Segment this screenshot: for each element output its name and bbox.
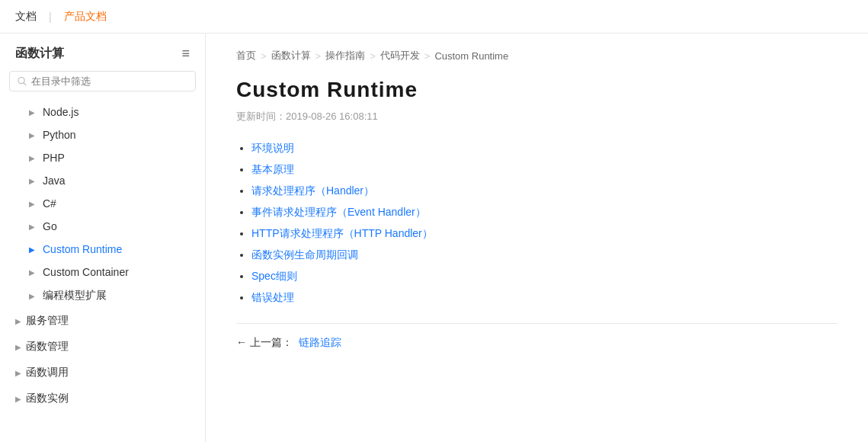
- menu-icon[interactable]: ≡: [181, 46, 190, 62]
- list-item: 请求处理程序（Handler）: [251, 184, 838, 198]
- arrow-icon: ▶: [15, 343, 21, 351]
- sidebar-search-box[interactable]: [9, 71, 196, 91]
- sidebar-item-label: 编程模型扩展: [43, 289, 190, 303]
- prev-nav: ← 上一篇： 链路追踪: [236, 323, 838, 350]
- sidebar-item-nodejs[interactable]: ▶ Node.js: [0, 101, 205, 123]
- toc-link-http-handler[interactable]: HTTP请求处理程序（HTTP Handler）: [251, 227, 433, 239]
- arrow-icon: ▶: [29, 154, 40, 162]
- arrow-icon: ▶: [29, 223, 40, 231]
- sidebar-group-function-mgmt[interactable]: ▶ 函数管理: [0, 334, 205, 360]
- sidebar-item-label: Node.js: [43, 106, 190, 118]
- main-content: 首页 > 函数计算 > 操作指南 > 代码开发 > Custom Runtime…: [206, 34, 868, 442]
- sidebar: 函数计算 ≡ ▶ Node.js ▶ Python ▶ PHP ▶ Java: [0, 34, 206, 442]
- arrow-icon: ▶: [29, 131, 40, 139]
- sidebar-title: 函数计算: [15, 46, 64, 62]
- breadcrumb-sep: >: [315, 50, 322, 62]
- breadcrumb-code[interactable]: 代码开发: [380, 49, 420, 62]
- sidebar-group-service-mgmt[interactable]: ▶ 服务管理: [0, 308, 205, 334]
- product-doc-label[interactable]: 产品文档: [64, 10, 107, 24]
- sidebar-item-go[interactable]: ▶ Go: [0, 215, 205, 238]
- toc-link-spec[interactable]: Spec细则: [251, 270, 297, 282]
- list-item: HTTP请求处理程序（HTTP Handler）: [251, 227, 838, 241]
- arrow-icon: ▶: [15, 317, 21, 325]
- group-label: 函数管理: [26, 340, 69, 354]
- search-input[interactable]: [31, 75, 187, 87]
- list-item: 基本原理: [251, 163, 838, 177]
- breadcrumb-sep: >: [370, 50, 376, 62]
- sidebar-item-python[interactable]: ▶ Python: [0, 123, 205, 146]
- sidebar-item-programming-model[interactable]: ▶ 编程模型扩展: [0, 283, 205, 308]
- svg-line-1: [24, 83, 26, 85]
- arrow-icon: ▶: [15, 369, 21, 377]
- arrow-icon: ▶: [29, 245, 40, 254]
- toc-link-event-handler[interactable]: 事件请求处理程序（Event Handler）: [251, 206, 426, 218]
- toc-link-lifecycle[interactable]: 函数实例生命周期回调: [251, 248, 358, 261]
- sidebar-header: 函数计算 ≡: [0, 34, 205, 71]
- sidebar-item-label: Custom Container: [43, 266, 190, 278]
- arrow-icon: ▶: [29, 108, 40, 117]
- arrow-icon: ▶: [15, 395, 21, 403]
- breadcrumb-fc[interactable]: 函数计算: [271, 49, 311, 62]
- sidebar-item-label: Custom Runtime: [43, 243, 190, 255]
- group-label: 函数调用: [26, 366, 69, 380]
- toc-link-principle[interactable]: 基本原理: [251, 163, 294, 175]
- arrow-icon: ▶: [29, 177, 40, 185]
- breadcrumb-ops[interactable]: 操作指南: [325, 49, 365, 62]
- list-item: 函数实例生命周期回调: [251, 248, 838, 262]
- sidebar-item-label: Python: [43, 129, 190, 141]
- group-label: 函数实例: [26, 392, 69, 405]
- nav-divider: |: [49, 11, 52, 23]
- update-time: 更新时间：2019-08-26 16:08:11: [236, 110, 838, 123]
- sidebar-item-csharp[interactable]: ▶ C#: [0, 192, 205, 215]
- breadcrumb-sep: >: [424, 50, 431, 62]
- sidebar-item-label: PHP: [43, 152, 190, 164]
- sidebar-item-label: Go: [43, 220, 190, 232]
- breadcrumb-current: Custom Runtime: [434, 50, 508, 62]
- toc-link-env[interactable]: 环境说明: [251, 142, 294, 154]
- group-label: 服务管理: [26, 314, 69, 328]
- sidebar-item-custom-runtime[interactable]: ▶ Custom Runtime: [0, 238, 205, 261]
- arrow-icon: ▶: [29, 200, 40, 208]
- list-item: Spec细则: [251, 270, 838, 283]
- layout: 函数计算 ≡ ▶ Node.js ▶ Python ▶ PHP ▶ Java: [0, 34, 868, 442]
- toc-list: 环境说明 基本原理 请求处理程序（Handler） 事件请求处理程序（Event…: [236, 142, 838, 305]
- sidebar-item-php[interactable]: ▶ PHP: [0, 146, 205, 169]
- sidebar-item-custom-container[interactable]: ▶ Custom Container: [0, 261, 205, 283]
- breadcrumb-sep: >: [261, 50, 267, 62]
- sidebar-group-function-instance[interactable]: ▶ 函数实例: [0, 386, 205, 412]
- breadcrumb-home[interactable]: 首页: [236, 49, 256, 62]
- sidebar-item-label: C#: [43, 197, 190, 210]
- toc-link-handler[interactable]: 请求处理程序（Handler）: [251, 184, 374, 197]
- sidebar-group-function-invoke[interactable]: ▶ 函数调用: [0, 360, 205, 386]
- breadcrumb: 首页 > 函数计算 > 操作指南 > 代码开发 > Custom Runtime: [236, 49, 838, 62]
- list-item: 错误处理: [251, 291, 838, 305]
- page-title: Custom Runtime: [236, 78, 838, 102]
- prev-label: ← 上一篇：: [236, 336, 293, 350]
- list-item: 环境说明: [251, 142, 838, 155]
- top-nav: 文档 | 产品文档: [0, 0, 868, 34]
- list-item: 事件请求处理程序（Event Handler）: [251, 206, 838, 219]
- toc-link-error[interactable]: 错误处理: [251, 291, 294, 303]
- search-icon: [18, 76, 27, 86]
- sidebar-item-java[interactable]: ▶ Java: [0, 169, 205, 192]
- doc-label[interactable]: 文档: [15, 10, 37, 24]
- arrow-icon: ▶: [29, 292, 40, 300]
- arrow-icon: ▶: [29, 268, 40, 277]
- sidebar-item-label: Java: [43, 175, 190, 187]
- prev-link[interactable]: 链路追踪: [299, 336, 341, 350]
